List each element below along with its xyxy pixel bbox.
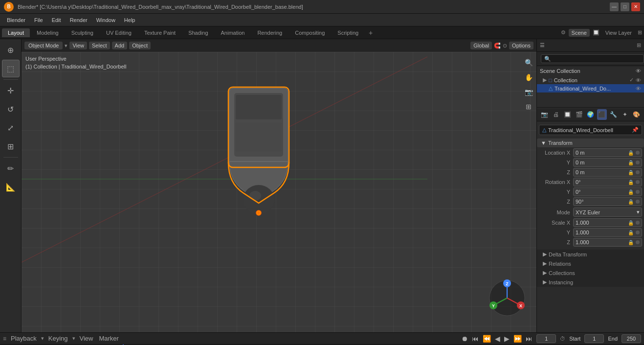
- scale-x-dot-icon[interactable]: [636, 221, 640, 225]
- measure-tool[interactable]: 📐: [2, 178, 20, 196]
- start-frame-input[interactable]: [584, 334, 604, 343]
- object-mode-button[interactable]: Object Mode: [24, 42, 63, 49]
- outliner-search-input[interactable]: [541, 54, 644, 63]
- step-forward-button[interactable]: ⏩: [513, 335, 522, 343]
- modifier-properties-icon[interactable]: 🔧: [609, 109, 618, 120]
- menu-help[interactable]: Help: [120, 16, 139, 24]
- annotate-tool[interactable]: ✏: [2, 160, 20, 177]
- step-back-button[interactable]: ⏪: [483, 335, 491, 343]
- location-z-dot-icon[interactable]: [636, 170, 640, 174]
- options-button[interactable]: Options: [509, 42, 533, 49]
- 3d-object-doorbell[interactable]: [202, 83, 315, 225]
- cursor-tool[interactable]: ⊕: [2, 41, 20, 59]
- scene-selector[interactable]: Scene: [569, 29, 590, 37]
- tab-scripting[interactable]: Scripting: [332, 28, 364, 37]
- location-y-dot-icon[interactable]: [636, 161, 640, 164]
- rotation-z-dot-icon[interactable]: [636, 200, 640, 204]
- object-properties-icon[interactable]: ⬛: [597, 109, 606, 120]
- menu-blender[interactable]: Blender: [3, 16, 29, 24]
- scale-tool[interactable]: ⤢: [2, 119, 20, 137]
- collections-section-row[interactable]: ▶ Collections: [537, 268, 644, 277]
- scale-z-lock-icon[interactable]: 🔒: [628, 240, 634, 245]
- scale-z-dot-icon[interactable]: [636, 240, 640, 244]
- timeline-view-button[interactable]: View: [78, 335, 95, 342]
- object-eye-icon[interactable]: 👁: [636, 86, 641, 92]
- tab-modeling[interactable]: Modeling: [31, 28, 65, 37]
- minimize-button[interactable]: —: [610, 2, 619, 11]
- scale-y-lock-icon[interactable]: 🔒: [628, 230, 634, 235]
- tab-sculpting[interactable]: Sculpting: [66, 28, 99, 37]
- tab-layout[interactable]: Layout: [2, 28, 30, 37]
- scene-properties-icon[interactable]: 🎬: [574, 109, 583, 120]
- scale-x-input[interactable]: 1.000 🔒: [573, 218, 642, 227]
- tab-animation[interactable]: Animation: [215, 28, 251, 37]
- rotation-x-dot-icon[interactable]: [636, 180, 640, 184]
- tab-texture-paint[interactable]: Texture Paint: [138, 28, 181, 37]
- record-button[interactable]: ⏺: [461, 335, 468, 343]
- rotation-z-input[interactable]: 90° 🔒: [573, 197, 642, 206]
- transform-tool[interactable]: ⊞: [2, 138, 20, 155]
- visibility-icon[interactable]: 👁: [636, 68, 641, 74]
- global-transform-button[interactable]: Global: [470, 42, 492, 49]
- render-properties-icon[interactable]: 📷: [540, 109, 549, 120]
- output-properties-icon[interactable]: 🖨: [551, 109, 560, 120]
- current-frame-input[interactable]: [536, 334, 556, 343]
- relations-row[interactable]: ▶ Relations: [537, 259, 644, 268]
- collection-eye-icon[interactable]: 👁: [636, 77, 641, 83]
- jump-end-button[interactable]: ⏭: [526, 335, 533, 343]
- world-properties-icon[interactable]: 🌍: [586, 109, 595, 120]
- move-tool[interactable]: ✛: [2, 82, 20, 99]
- scale-z-input[interactable]: 1.000 🔒: [573, 238, 642, 247]
- scale-y-input[interactable]: 1.000 🔒: [573, 228, 642, 237]
- play-button[interactable]: ▶: [504, 335, 510, 343]
- select-tool[interactable]: ⬚: [2, 60, 20, 77]
- end-frame-input[interactable]: [622, 334, 641, 343]
- rotation-y-input[interactable]: 0° 🔒: [573, 187, 642, 196]
- maximize-button[interactable]: □: [621, 2, 629, 11]
- scale-y-dot-icon[interactable]: [636, 230, 640, 234]
- location-x-input[interactable]: 0 m 🔒: [573, 148, 642, 157]
- tab-compositing[interactable]: Compositing: [289, 28, 331, 37]
- menu-file[interactable]: File: [30, 16, 47, 24]
- add-menu-button[interactable]: Add: [112, 42, 128, 49]
- collection-row[interactable]: ▶ □ Collection ✓ 👁: [537, 76, 644, 84]
- rotation-x-input[interactable]: 0° 🔒: [573, 178, 642, 186]
- collection-check-icon[interactable]: ✓: [629, 77, 634, 83]
- camera-button[interactable]: 📷: [522, 85, 535, 99]
- mode-select[interactable]: XYZ Euler ▾: [573, 207, 642, 217]
- pan-button[interactable]: ✋: [522, 70, 535, 84]
- keying-button[interactable]: Keying: [47, 335, 69, 342]
- grid-button[interactable]: ⊞: [522, 100, 535, 114]
- rotation-x-lock-icon[interactable]: 🔒: [628, 180, 634, 185]
- location-z-lock-icon[interactable]: 🔒: [628, 170, 634, 175]
- view-layer-icon[interactable]: 🔲: [563, 109, 572, 120]
- instancing-row[interactable]: ▶ Instancing: [537, 277, 644, 287]
- select-menu-button[interactable]: Select: [89, 42, 110, 49]
- location-z-input[interactable]: 0 m 🔒: [573, 168, 642, 177]
- tab-rendering[interactable]: Rendering: [251, 28, 288, 37]
- location-x-lock-icon[interactable]: 🔒: [628, 150, 634, 156]
- viewport[interactable]: Object Mode ▾ View Select Add Object Glo…: [22, 39, 536, 332]
- collection-object-item[interactable]: △ Traditional_Wired_Do... 👁: [537, 84, 644, 92]
- rotation-y-dot-icon[interactable]: [636, 190, 640, 194]
- particles-icon[interactable]: ✦: [620, 109, 629, 120]
- zoom-button[interactable]: 🔍: [522, 56, 535, 69]
- delta-transform-row[interactable]: ▶ Delta Transform: [537, 250, 644, 259]
- location-y-lock-icon[interactable]: 🔒: [628, 160, 634, 165]
- tab-uv-editing[interactable]: UV Editing: [100, 28, 137, 37]
- add-workspace-button[interactable]: +: [365, 27, 376, 38]
- pin-icon[interactable]: 📌: [632, 127, 639, 133]
- location-x-dot-icon[interactable]: [636, 151, 640, 155]
- navigation-gizmo[interactable]: Z X Y: [488, 278, 527, 318]
- tab-shading[interactable]: Shading: [182, 28, 214, 37]
- close-button[interactable]: ✕: [631, 2, 640, 11]
- rotate-tool[interactable]: ↺: [2, 100, 20, 118]
- jump-start-button[interactable]: ⏮: [472, 335, 479, 343]
- playback-button[interactable]: Playback: [9, 335, 38, 342]
- outliner-filter-icon[interactable]: ⊞: [637, 42, 641, 48]
- material-properties-icon[interactable]: 🎨: [632, 109, 641, 120]
- menu-window[interactable]: Window: [92, 16, 119, 24]
- marker-button[interactable]: Marker: [97, 335, 120, 342]
- menu-edit[interactable]: Edit: [48, 16, 65, 24]
- object-menu-button[interactable]: Object: [129, 42, 151, 49]
